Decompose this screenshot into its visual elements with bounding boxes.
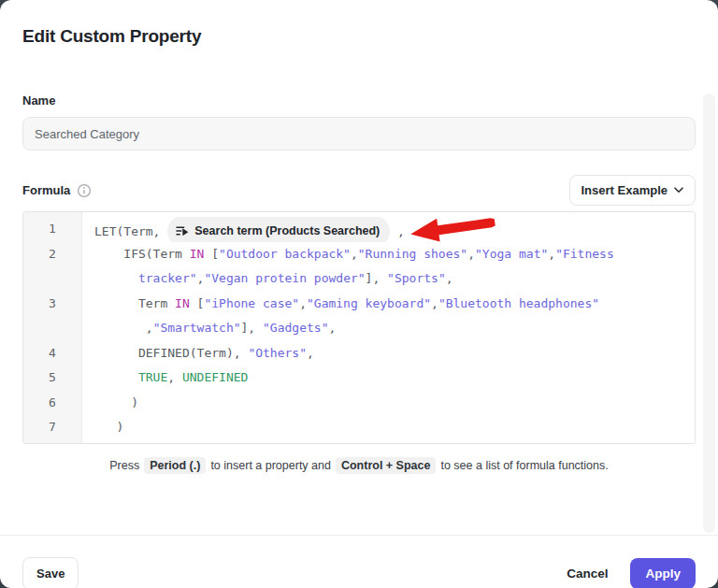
chevron-down-icon [674,187,683,194]
formula-editor-lines: 1LET(Term, Search term (Products Searche… [23,212,695,444]
insert-example-label: Insert Example [582,183,668,197]
name-input[interactable] [22,117,696,151]
code-token: , [351,247,358,261]
line-number: 5 [23,366,81,391]
code-content: TRUE, UNDEFINED [81,366,695,391]
code-token: "Gadgets" [263,321,328,335]
code-token: , [299,296,307,310]
code-line[interactable]: ,"Smartwatch"], "Gadgets", [23,316,695,341]
code-token: , [390,224,405,238]
line-number: 1 [23,217,81,242]
code-token: IN [190,247,205,261]
code-token: "Sports" [387,271,446,285]
hint-suffix: to see a list of formula functions. [440,459,608,472]
code-token: "Vegan protein powder" [204,271,365,285]
apply-button[interactable]: Apply [630,558,696,588]
code-content: tracker","Vegan protein powder"], "Sport… [81,266,695,292]
code-line[interactable]: tracker","Vegan protein powder"], "Sport… [23,266,695,292]
save-button[interactable]: Save [22,557,79,588]
line-number: 6 [23,391,81,416]
code-token: "Smartwatch" [153,321,241,335]
code-content: LET(Term, Search term (Products Searched… [81,217,695,242]
line-number: 2 [23,242,81,267]
formula-editor[interactable]: 1LET(Term, Search term (Products Searche… [22,211,696,444]
code-content: Term IN ["iPhone case","Gaming keyboard"… [81,292,695,317]
code-token: "Yoga mat" [475,247,548,261]
code-token: , [446,271,453,285]
code-token: Term [94,296,175,310]
code-content: DEFINED(Term), "Others", [81,341,695,366]
code-line[interactable]: 2 IFS(Term IN ["Outdoor backpack","Runni… [23,242,695,267]
code-token: TRUE [138,370,167,384]
kbd-period: Period (.) [144,457,206,474]
code-line[interactable]: 5 TRUE, UNDEFINED [23,366,695,391]
line-number [23,266,81,292]
code-token: "Bluetooth headphones" [438,296,599,310]
formula-hint: Press Period (.) to insert a property an… [22,457,696,474]
code-token: [ [204,247,219,261]
edit-custom-property-dialog: Edit Custom Property Name Formula Insert… [0,0,718,588]
code-token: IFS(Term [94,247,190,261]
kbd-control-space: Control + Space [336,457,437,474]
code-token: IN [175,296,190,310]
code-token: , [548,247,555,261]
line-number: 4 [23,341,81,366]
code-line[interactable]: 4 DEFINED(Term), "Others", [23,341,695,366]
code-token: "Fitness [555,247,614,261]
code-token: , [431,296,438,310]
code-line[interactable]: 7 ) [23,415,695,440]
code-line[interactable]: 1LET(Term, Search term (Products Searche… [23,217,695,242]
code-token: "Gaming keyboard" [307,296,431,310]
formula-label: Formula [22,183,70,197]
code-content: ,"Smartwatch"], "Gadgets", [81,316,695,341]
dialog-title: Edit Custom Property [22,26,696,47]
dialog-body: Name Formula Insert Example [0,93,718,535]
code-token: , [467,247,475,261]
code-token: ) [94,395,138,409]
formula-toolbar: Formula Insert Example [22,175,696,205]
code-token: tracker" [138,271,197,285]
code-token: , [328,321,336,335]
code-token: LET(Term, [94,224,167,238]
property-chip-label: Search term (Products Searched) [194,219,380,242]
code-content: ) [81,391,695,416]
code-token: ) [94,420,123,434]
code-token [94,370,138,384]
property-list-cursor-icon [176,224,189,237]
line-number [23,316,81,341]
hint-middle: to insert a property and [210,459,331,472]
dialog-header: Edit Custom Property [0,0,718,70]
cancel-button[interactable]: Cancel [557,558,617,588]
property-chip[interactable]: Search term (Products Searched) [167,217,390,242]
formula-label-group: Formula [22,182,92,198]
code-line[interactable]: 3 Term IN ["iPhone case","Gaming keyboar… [23,292,695,317]
code-token: DEFINED(Term), [94,346,248,360]
hint-prefix: Press [109,459,139,472]
code-token: "Outdoor backpack" [219,247,351,261]
code-content: IFS(Term IN ["Outdoor backpack","Running… [81,242,695,267]
code-content: ) [81,415,695,440]
code-token: [ [190,296,205,310]
info-icon[interactable] [77,183,92,198]
code-line[interactable]: 6 ) [23,391,695,416]
line-number: 7 [23,415,81,440]
code-token [94,271,138,285]
code-token: "Others" [248,346,307,360]
line-number: 3 [23,292,81,317]
code-token: , [94,321,153,335]
code-token: ], [241,321,263,335]
name-label: Name [22,93,696,108]
code-token: ], [366,271,387,285]
code-token: , [307,346,314,360]
scrollbar[interactable] [703,93,715,533]
dialog-footer: Save Cancel Apply [0,535,718,588]
insert-example-button[interactable]: Insert Example [569,175,696,206]
code-token: , [167,370,182,384]
code-token: "iPhone case" [204,296,299,310]
code-token: UNDEFINED [182,370,248,384]
